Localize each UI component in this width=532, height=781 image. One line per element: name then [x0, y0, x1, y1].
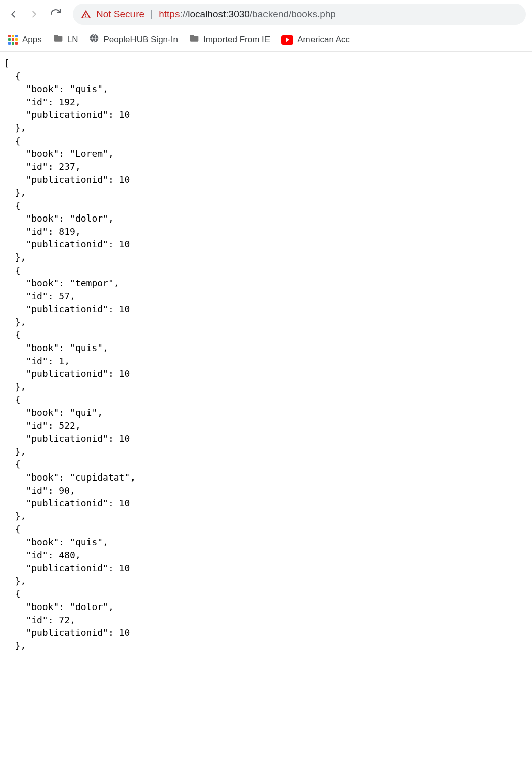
bookmark-ln[interactable]: LN [53, 33, 78, 46]
globe-icon [89, 33, 99, 46]
url-display: https://localhost:3030/backend/books.php [159, 9, 336, 20]
bookmark-label: PeopleHUB Sign-In [103, 35, 178, 45]
reload-button[interactable] [49, 7, 63, 21]
folder-icon [53, 33, 63, 46]
bookmark-label: Apps [22, 35, 42, 45]
bookmark-apps[interactable]: Apps [8, 35, 42, 45]
warning-icon [81, 9, 91, 19]
json-body: [ { "book": "quis", "id": 192, "publicat… [0, 52, 532, 657]
separator: | [150, 8, 153, 20]
forward-button[interactable] [27, 7, 41, 21]
back-button[interactable] [6, 7, 20, 21]
bookmarks-bar: Apps LN PeopleHUB Sign-In Imported From … [0, 28, 532, 52]
bookmark-label: Imported From IE [203, 35, 270, 45]
security-status: Not Secure [96, 9, 144, 20]
bookmark-peoplehub[interactable]: PeopleHUB Sign-In [89, 33, 178, 46]
bookmark-label: LN [67, 35, 78, 45]
bookmark-label: American Acc [297, 35, 350, 45]
bookmark-american-acc[interactable]: American Acc [281, 35, 350, 45]
bookmark-imported-ie[interactable]: Imported From IE [189, 33, 270, 46]
youtube-icon [281, 35, 293, 45]
folder-icon [189, 33, 199, 46]
address-bar[interactable]: Not Secure | https://localhost:3030/back… [73, 4, 526, 25]
browser-toolbar: Not Secure | https://localhost:3030/back… [0, 0, 532, 28]
apps-icon [8, 35, 18, 45]
